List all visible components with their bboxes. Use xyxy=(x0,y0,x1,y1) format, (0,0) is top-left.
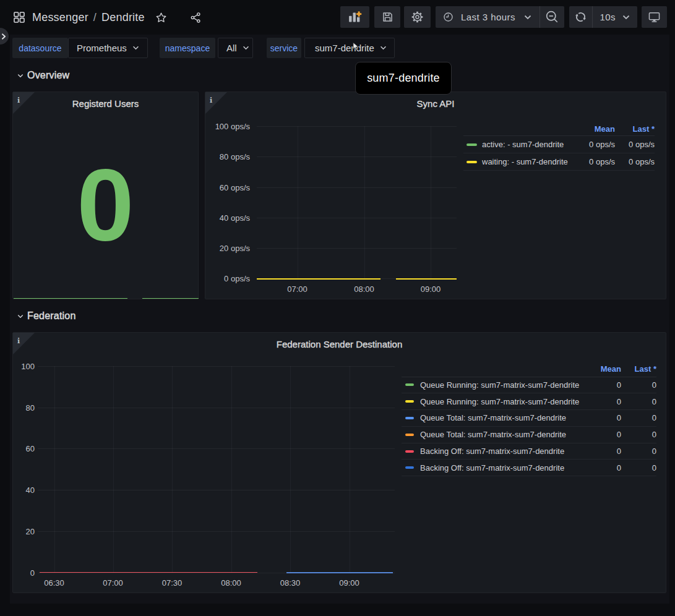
refresh-button[interactable] xyxy=(569,6,592,28)
tv-mode-button[interactable] xyxy=(642,6,667,28)
section-row-overview[interactable]: Overview xyxy=(17,70,69,81)
legend-swatch xyxy=(466,143,477,146)
time-range-button[interactable]: Last 3 hours xyxy=(436,6,540,28)
legend-series-label[interactable]: Queue Total: sum7-matrix-sum7-dendrite xyxy=(420,413,584,422)
x-axis-tick-label: 07:00 xyxy=(95,578,132,588)
y-axis-tick-label: 80 xyxy=(13,403,35,413)
y-axis-tick-label: 20 xyxy=(13,527,35,536)
legend-series-label[interactable]: Queue Running: sum7-matrix-sum7-dendrite xyxy=(420,380,584,390)
legend-header-mean[interactable]: Mean xyxy=(575,124,615,134)
legend-header-mean[interactable]: Mean xyxy=(584,364,621,374)
sync-api-legend: Mean Last * active: - sum7-dendrite 0 op… xyxy=(463,122,655,171)
y-axis-tick-label: 40 xyxy=(13,486,35,495)
panel-title[interactable]: Federation Sender Destination xyxy=(13,339,666,349)
chevron-down-icon xyxy=(132,46,139,50)
legend-series-label[interactable]: Queue Running: sum7-matrix-sum7-dendrite xyxy=(420,397,584,406)
variable-picker-datasource[interactable]: Prometheus xyxy=(68,38,148,58)
legend-series-label[interactable]: Backing Off: sum7-matrix-sum7-dendrite xyxy=(420,447,584,456)
gridline-vertical xyxy=(172,366,173,573)
variable-value-text: sum7-dendrite xyxy=(315,43,374,53)
variable-label-text: namespace xyxy=(165,43,210,53)
breadcrumb-separator: / xyxy=(93,11,97,24)
variable-picker-service[interactable]: sum7-dendrite xyxy=(304,38,395,58)
panel-title[interactable]: Sync API xyxy=(205,98,666,109)
legend-mean-value: 0 xyxy=(584,413,621,422)
x-axis-tick-label: 09:00 xyxy=(412,284,449,294)
zoom-out-icon xyxy=(545,10,559,24)
legend-header-last[interactable]: Last * xyxy=(621,364,656,374)
x-axis-tick-label: 08:00 xyxy=(213,578,250,588)
federation-legend: Mean Last * Queue Running: sum7-matrix-s… xyxy=(402,362,656,476)
gridline-horizontal xyxy=(38,408,395,408)
refresh-group: 10s xyxy=(569,6,637,28)
breadcrumb: Messenger / Dendrite xyxy=(32,0,145,35)
gridline-vertical xyxy=(298,126,298,278)
panel-registered-users: i Registerd Users 0 xyxy=(12,92,199,299)
legend-last-value: 0 xyxy=(621,463,656,473)
y-axis-tick-label: 40 ops/s xyxy=(205,213,250,223)
gridline-vertical xyxy=(431,126,431,278)
y-axis-tick-label: 0 ops/s xyxy=(205,274,250,283)
tv-monitor-icon xyxy=(648,11,661,24)
variable-value-text: Prometheus xyxy=(77,43,127,53)
panel-federation-sender: i Federation Sender Destination Mean Las… xyxy=(12,332,666,593)
gridline-horizontal xyxy=(38,531,395,532)
legend-swatch xyxy=(405,400,414,403)
y-axis-tick-label: 0 xyxy=(13,568,35,578)
add-panel-icon xyxy=(348,10,362,24)
refresh-interval-button[interactable]: 10s xyxy=(592,6,637,28)
chevron-down-icon xyxy=(17,74,24,78)
y-axis-tick-label: 80 ops/s xyxy=(205,152,250,161)
panel-title[interactable]: Registerd Users xyxy=(13,98,198,109)
legend-series-label[interactable]: Backing Off: sum7-matrix-sum7-dendrite xyxy=(420,463,584,473)
legend-rows: Queue Running: sum7-matrix-sum7-dendrite… xyxy=(402,377,656,477)
gridline-vertical xyxy=(290,366,291,573)
legend-series-label[interactable]: Queue Total: sum7-matrix-sum7-dendrite xyxy=(420,430,584,439)
section-row-federation[interactable]: Federation xyxy=(17,310,76,322)
legend-series-label[interactable]: active: - sum7-dendrite xyxy=(482,140,575,149)
y-axis-tick-label: 20 ops/s xyxy=(205,244,250,253)
save-dashboard-button[interactable] xyxy=(374,6,400,28)
legend-row: Backing Off: sum7-matrix-sum7-dendrite 0… xyxy=(402,460,656,476)
legend-mean-value: 0 xyxy=(584,397,621,406)
save-icon xyxy=(381,11,394,24)
x-axis-tick-label: 08:00 xyxy=(346,284,383,294)
add-panel-button[interactable] xyxy=(340,6,369,28)
star-icon[interactable] xyxy=(155,12,167,24)
series-line-backing-off-blue xyxy=(286,572,393,573)
variable-picker-namespace[interactable]: All xyxy=(218,38,253,58)
x-axis-tick-label: 06:30 xyxy=(36,578,73,588)
gridline-horizontal xyxy=(38,490,395,490)
legend-mean-value: 0 ops/s xyxy=(575,157,615,166)
gridline-horizontal xyxy=(257,126,457,127)
legend-swatch xyxy=(466,161,477,163)
legend-header-row: Mean Last * xyxy=(402,362,656,377)
y-axis-tick-label: 100 ops/s xyxy=(205,122,250,131)
zoom-out-button[interactable] xyxy=(540,6,564,28)
legend-mean-value: 0 xyxy=(584,447,621,456)
gridline-horizontal xyxy=(38,448,395,449)
share-icon[interactable] xyxy=(190,12,202,24)
variable-value-text: All xyxy=(226,43,237,53)
legend-row: active: - sum7-dendrite 0 ops/s 0 ops/s xyxy=(463,136,655,153)
variable-tooltip: sum7-dendrite xyxy=(355,62,452,95)
legend-mean-value: 0 xyxy=(584,380,621,390)
x-axis-tick-label: 07:00 xyxy=(279,284,316,294)
variable-label-text: service xyxy=(270,43,298,53)
time-picker-group: Last 3 hours xyxy=(436,6,564,28)
variable-label-service: service xyxy=(267,38,301,58)
legend-swatch xyxy=(405,466,414,469)
refresh-interval-label: 10s xyxy=(600,12,616,22)
legend-mean-value: 0 xyxy=(584,430,621,439)
y-axis-tick-label: 60 xyxy=(13,444,35,453)
dashboard-settings-button[interactable] xyxy=(404,6,431,28)
clock-icon xyxy=(443,12,454,22)
mouse-cursor xyxy=(353,42,359,51)
breadcrumb-dashboard[interactable]: Messenger xyxy=(32,11,88,24)
legend-row: waiting: - sum7-dendrite 0 ops/s 0 ops/s xyxy=(463,153,655,171)
settings-gear-icon xyxy=(411,11,424,24)
legend-series-label[interactable]: waiting: - sum7-dendrite xyxy=(482,157,575,166)
section-title-overview: Overview xyxy=(27,70,69,81)
legend-header-last[interactable]: Last * xyxy=(615,124,655,134)
series-line-waiting xyxy=(257,278,380,280)
